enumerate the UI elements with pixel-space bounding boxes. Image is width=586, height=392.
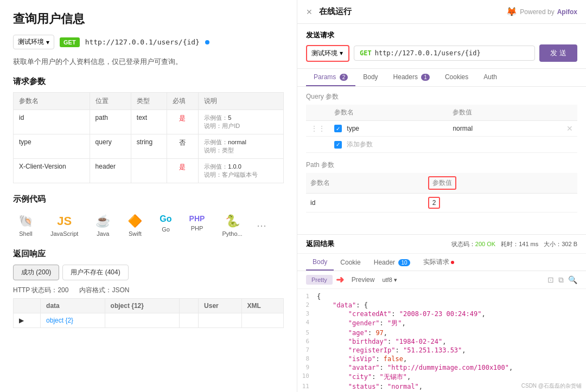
url-left: http://127.0.0.1/users/{id} <box>85 38 200 46</box>
request-tabs: Params 2 Body Headers 1 Cookies Auth <box>297 69 586 87</box>
more-code-button[interactable]: ⋯ <box>254 217 269 234</box>
close-button[interactable]: ✕ <box>306 8 313 16</box>
query-param-value[interactable]: normal <box>453 125 473 132</box>
result-tab-actual[interactable]: 实际请求 <box>417 254 461 271</box>
qth-name: 参数名 <box>330 105 448 121</box>
apifox-logo-icon: 🦊 <box>506 7 517 17</box>
results-title: 返回结果 <box>306 239 451 249</box>
url-method-right: GET <box>360 49 372 57</box>
bt-col-4 <box>180 299 199 313</box>
table-row: type query string 否 示例值：normal 说明：类型 <box>14 134 284 159</box>
format-bar: Pretty ➜ Preview utf8 ▾ ⊡ ⧉ 🔍 <box>297 271 586 289</box>
url-value-right: http://127.0.0.1/users/{id} <box>375 49 481 57</box>
copy-icon[interactable]: ⧉ <box>558 275 564 285</box>
req-tab-params[interactable]: Params 2 <box>306 69 355 86</box>
param-type: string <box>131 134 167 159</box>
bt-col-2: data <box>41 299 105 313</box>
delete-param-button[interactable]: ✕ <box>566 124 573 133</box>
left-panel: 查询用户信息 测试环境 ▾ GET http://127.0.0.1/users… <box>0 0 297 392</box>
pretty-button[interactable]: Pretty <box>306 275 333 285</box>
path-table: 参数名 参数值 id 2 <box>306 173 577 213</box>
response-tabs: 成功 (200) 用户不存在 (404) <box>13 265 284 280</box>
right-panel: ✕ 在线运行 🦊 Powered by Apifox 发送请求 测试环境 ▾ G… <box>297 0 586 392</box>
go-icon: Go <box>160 214 171 224</box>
path-param-value[interactable]: 2 <box>428 197 441 209</box>
method-badge-left: GET <box>60 37 80 47</box>
query-section-label: Query 参数 <box>306 92 577 101</box>
req-tab-body[interactable]: Body <box>355 69 385 86</box>
param-desc: 示例值：normal 说明：类型 <box>199 134 284 159</box>
req-tab-auth[interactable]: Auth <box>476 69 505 86</box>
query-param-name: type <box>347 125 359 132</box>
add-param-button[interactable]: 添加参数 <box>347 138 373 150</box>
format-icons: ⊡ ⧉ 🔍 <box>547 275 577 285</box>
bt-col-5: User <box>199 299 242 313</box>
python-icon: 🐍 <box>225 214 240 228</box>
results-header: 返回结果 状态码：200 OK 耗时：141 ms 大小：302 B <box>297 235 586 254</box>
code-tab-python[interactable]: 🐍 Pytho... <box>216 211 247 240</box>
env-select-right[interactable]: 测试环境 ▾ <box>306 45 349 62</box>
resp-tab-404[interactable]: 用户不存在 (404) <box>62 265 128 280</box>
code-tab-java[interactable]: ☕ Java <box>90 211 116 240</box>
modal-title: 在线运行 <box>319 7 502 17</box>
code-tab-go[interactable]: Go Go <box>154 211 177 240</box>
param-type <box>131 159 167 183</box>
drag-handle[interactable]: ⋮⋮ <box>310 124 326 133</box>
resp-tab-200[interactable]: 成功 (200) <box>13 265 59 280</box>
qth-value: 参数值 <box>448 105 549 121</box>
wrap-icon[interactable]: ⊡ <box>547 275 554 285</box>
encoding-label: utf8 <box>382 277 392 283</box>
env-select-left[interactable]: 测试环境 ▾ <box>13 35 54 49</box>
java-label: Java <box>97 230 109 237</box>
param-name: type <box>14 134 90 159</box>
param-desc: 示例值：5 说明：用户ID <box>199 110 284 134</box>
param-name: id <box>14 110 90 134</box>
swift-label: Swift <box>129 230 142 237</box>
param-type: text <box>131 110 167 134</box>
expand-icon[interactable]: ▶ <box>14 313 41 328</box>
params-content: Query 参数 参数名 参数值 ⋮⋮ <box>297 87 586 218</box>
result-tab-body[interactable]: Body <box>306 254 334 271</box>
send-area-title: 发送请求 <box>306 30 577 40</box>
python-label: Pytho... <box>222 230 242 237</box>
send-row: 测试环境 ▾ GET http://127.0.0.1/users/{id} 发… <box>306 44 577 62</box>
results-area: 返回结果 状态码：200 OK 耗时：141 ms 大小：302 B Body … <box>297 234 586 392</box>
pth-value: 参数值 <box>424 173 577 194</box>
param-checkbox[interactable] <box>334 125 342 132</box>
param-required: 是 <box>167 110 199 134</box>
watermark: CSDN @石磊磊的杂货铺 <box>521 382 582 390</box>
code-line: 2 "data": { <box>297 301 586 310</box>
params-badge: 2 <box>340 74 348 81</box>
req-tab-headers[interactable]: Headers 1 <box>386 69 437 86</box>
query-table: 参数名 参数值 ⋮⋮ type n <box>306 105 577 153</box>
send-button[interactable]: 发 送 <box>539 44 577 62</box>
code-tab-swift[interactable]: 🔶 Swift <box>122 211 148 240</box>
result-tab-cookie[interactable]: Cookie <box>334 255 367 270</box>
search-icon[interactable]: 🔍 <box>568 275 577 285</box>
params-section-title: 请求参数 <box>13 76 284 87</box>
preview-tab[interactable]: Preview <box>347 274 379 285</box>
col-header-location: 位置 <box>90 93 131 110</box>
req-tab-cookies[interactable]: Cookies <box>437 69 476 86</box>
code-tab-shell[interactable]: 🐚 Shell <box>13 211 39 240</box>
col-header-required: 必填 <box>167 93 199 110</box>
dot-indicator <box>451 261 454 264</box>
code-tab-javascript[interactable]: JS JavaScript <box>45 211 84 240</box>
chevron-down-icon: ▾ <box>46 38 49 46</box>
env-label-left: 测试环境 <box>18 37 44 47</box>
right-header: ✕ 在线运行 🦊 Powered by Apifox <box>297 0 586 24</box>
code-tab-php[interactable]: PHP PHP <box>184 211 211 240</box>
encoding-select[interactable]: utf8 ▾ <box>382 277 397 284</box>
data-link[interactable]: object {2} <box>46 317 73 324</box>
param-required: 是 <box>167 159 199 183</box>
param-required: 否 <box>167 134 199 159</box>
result-tab-header[interactable]: Header 10 <box>367 255 417 270</box>
param-checkbox[interactable] <box>334 141 342 149</box>
apifox-brand: Apifox <box>557 8 577 16</box>
status-info: 状态码：200 OK 耗时：141 ms 大小：302 B <box>451 240 577 248</box>
response-section-title: 返回响应 <box>13 249 284 259</box>
size-text: 大小：302 B <box>544 240 577 248</box>
param-location: header <box>90 159 131 183</box>
table-row: id path text 是 示例值：5 说明：用户ID <box>14 110 284 134</box>
blue-dot <box>205 40 209 44</box>
